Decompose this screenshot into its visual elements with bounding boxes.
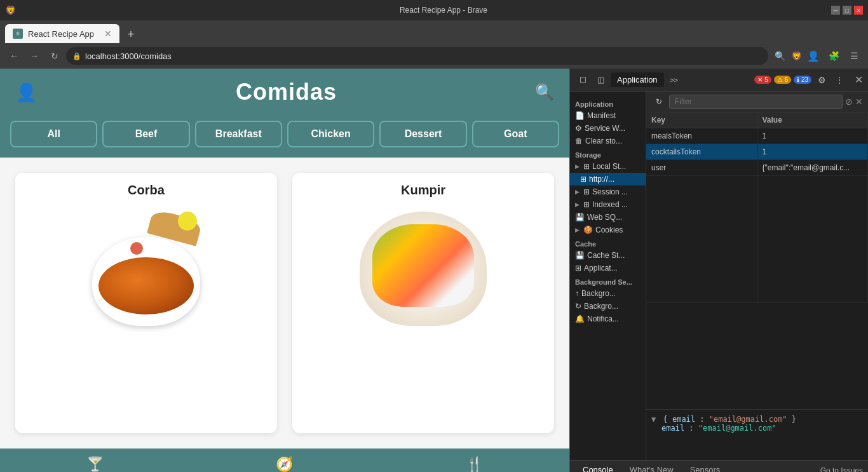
session-expand-icon: ▶ — [575, 189, 580, 195]
sidebar-section-storage: Storage — [570, 147, 646, 160]
tab-sensors[interactable]: Sensors — [682, 462, 728, 472]
filter-input[interactable] — [669, 95, 843, 109]
app-cache-icon: ⊞ — [575, 264, 581, 273]
devtools-elements-icon[interactable]: ☐ — [575, 72, 590, 88]
web-sql-icon: 💾 — [575, 213, 585, 222]
warning-badge: ⚠ 6 — [774, 76, 791, 84]
category-chicken[interactable]: Chicken — [287, 121, 374, 147]
filter-block-icon[interactable]: ⊘ — [845, 97, 853, 107]
search-nav-button[interactable]: 🔍 — [771, 47, 789, 65]
kumpir-filling — [372, 224, 474, 307]
sidebar-item-cookies[interactable]: ▶ 🍪 Cookies — [570, 224, 646, 236]
indexed-db-expand-icon: ▶ — [575, 201, 580, 208]
sidebar-item-web-sql[interactable]: 💾 Web SQ... — [570, 211, 646, 224]
cocktail-icon: 🍸 — [86, 456, 104, 472]
sidebar-item-service-worker[interactable]: ⚙ Service W... — [570, 122, 646, 135]
lock-icon: 🔒 — [72, 52, 81, 60]
sidebar-item-session-storage[interactable]: ▶ ⊞ Session ... — [570, 185, 646, 198]
json-expand-icon[interactable]: ▼ — [651, 415, 656, 424]
sidebar-item-http-local[interactable]: ⊞ http://... — [570, 173, 646, 185]
tab-close-icon[interactable]: ✕ — [104, 29, 112, 39]
devtools-menu-icon[interactable]: ⋮ — [832, 72, 847, 88]
category-all[interactable]: All — [10, 121, 97, 147]
main-area: 👤 Comidas 🔍 All Beef Breakfast Chicken D… — [0, 69, 868, 472]
cocktail-nav-item[interactable]: 🍸 — [74, 454, 116, 472]
compass-nav-item[interactable]: 🧭 — [263, 454, 306, 472]
table-row-cocktails[interactable]: cocktailsToken 1 — [646, 144, 868, 160]
back-button[interactable]: ← — [5, 47, 23, 65]
sidebar-section-cache: Cache — [570, 236, 646, 249]
table-row-user[interactable]: user {"email":"email@gmail.c... — [646, 160, 868, 176]
menu-button[interactable]: ☰ — [845, 47, 863, 65]
brave-shield-icon: 🦁 — [791, 51, 802, 61]
filter-refresh-button[interactable]: ↻ — [651, 94, 667, 109]
minimize-button[interactable]: ─ — [831, 6, 840, 15]
devtools-sidebar: Application 📄 Manifest ⚙ Service W... 🗑 … — [570, 91, 646, 460]
row-user-value: {"email":"email@gmail.c... — [757, 160, 869, 175]
category-dessert[interactable]: Dessert — [379, 121, 466, 147]
json-value-label: "email@gmail.com" — [709, 415, 787, 424]
indexed-db-icon: ⊞ — [583, 200, 590, 209]
user-icon[interactable]: 👤 — [15, 82, 37, 103]
extensions-button[interactable]: 🧩 — [825, 47, 843, 65]
sidebar-item-cache-storage[interactable]: 💾 Cache St... — [570, 249, 646, 262]
recipe-card-kumpir[interactable]: Kumpir — [292, 173, 554, 433]
row-user-key: user — [646, 160, 757, 175]
sidebar-section-application: Application — [570, 97, 646, 109]
col-value: Value — [757, 112, 869, 128]
json-preview-email: email : "email@gmail.com" — [651, 424, 863, 433]
address-bar[interactable]: 🔒 localhost:3000/comidas — [66, 47, 768, 65]
utensils-nav-item[interactable]: 🍴 — [453, 454, 496, 472]
tab-console[interactable]: Console — [575, 462, 621, 472]
category-beef[interactable]: Beef — [102, 121, 189, 147]
clear-storage-icon: 🗑 — [575, 137, 583, 145]
storage-table: Key Value mealsToken 1 cocktailsToken 1 … — [646, 112, 868, 409]
table-row-empty — [646, 176, 868, 303]
active-tab[interactable]: ⚛ React Recipe App ✕ — [5, 24, 119, 43]
table-row-meals[interactable]: mealsToken 1 — [646, 128, 868, 144]
cookies-icon: 🍪 — [583, 226, 593, 234]
devtools-active-tab[interactable]: Application — [611, 72, 664, 87]
filter-close-icon[interactable]: ✕ — [855, 97, 863, 107]
sidebar-item-manifest[interactable]: 📄 Manifest — [570, 109, 646, 122]
tab-whats-new[interactable]: What's New — [622, 462, 681, 472]
sidebar-item-notifications[interactable]: 🔔 Notifica... — [570, 313, 646, 325]
utensils-icon: 🍴 — [466, 456, 483, 472]
table-header: Key Value — [646, 112, 868, 128]
category-goat[interactable]: Goat — [472, 121, 559, 147]
browser-chrome: 🦁 React Recipe App - Brave ─ □ ✕ ⚛ React… — [0, 0, 868, 69]
devtools-settings-icon[interactable]: ⚙ — [814, 72, 829, 88]
sidebar-item-local-storage[interactable]: ▶ ⊞ Local St... — [570, 160, 646, 173]
devtools-main: ↻ ⊘ ✕ Key Value mealsToken 1 — [646, 91, 868, 460]
service-worker-icon: ⚙ — [575, 124, 582, 133]
recipe-image-kumpir — [353, 205, 493, 332]
forward-button[interactable]: → — [25, 47, 43, 65]
devtools-network-icon[interactable]: ◫ — [593, 72, 608, 88]
category-breakfast[interactable]: Breakfast — [195, 121, 282, 147]
cookies-expand-icon: ▶ — [575, 227, 580, 233]
spice-decoration — [130, 242, 143, 255]
row-cocktails-value: 1 — [757, 144, 869, 159]
devtools-body: Application 📄 Manifest ⚙ Service W... 🗑 … — [570, 91, 868, 460]
maximize-button[interactable]: □ — [843, 6, 851, 15]
profile-button[interactable]: 👤 — [804, 47, 822, 65]
window-controls[interactable]: ─ □ ✕ — [831, 6, 863, 15]
recipe-card-corba[interactable]: Corba — [15, 173, 277, 433]
new-tab-button[interactable]: + — [122, 25, 140, 43]
sidebar-item-clear-storage[interactable]: 🗑 Clear sto... — [570, 135, 646, 147]
sidebar-item-bg-fetch[interactable]: ↻ Backgro... — [570, 300, 646, 313]
sidebar-item-bg-sync[interactable]: ↑ Backgro... — [570, 287, 646, 300]
sidebar-item-app-cache[interactable]: ⊞ Applicat... — [570, 262, 646, 274]
issues-button[interactable]: Go to Issues — [820, 466, 863, 473]
close-button[interactable]: ✕ — [854, 6, 863, 15]
reload-button[interactable]: ↻ — [46, 47, 64, 65]
title-bar: 🦁 React Recipe App - Brave ─ □ ✕ — [0, 0, 868, 20]
devtools-more-panels[interactable]: >> — [667, 72, 682, 88]
manifest-icon: 📄 — [575, 111, 585, 120]
row-meals-key: mealsToken — [646, 128, 757, 144]
devtools-close-icon[interactable]: ✕ — [855, 74, 863, 86]
sidebar-item-indexed-db[interactable]: ▶ ⊞ Indexed ... — [570, 198, 646, 211]
info-badge: ℹ 23 — [794, 76, 811, 84]
search-icon[interactable]: 🔍 — [535, 83, 554, 101]
nav-right: 🔍 🦁 👤 🧩 ☰ — [771, 47, 863, 65]
